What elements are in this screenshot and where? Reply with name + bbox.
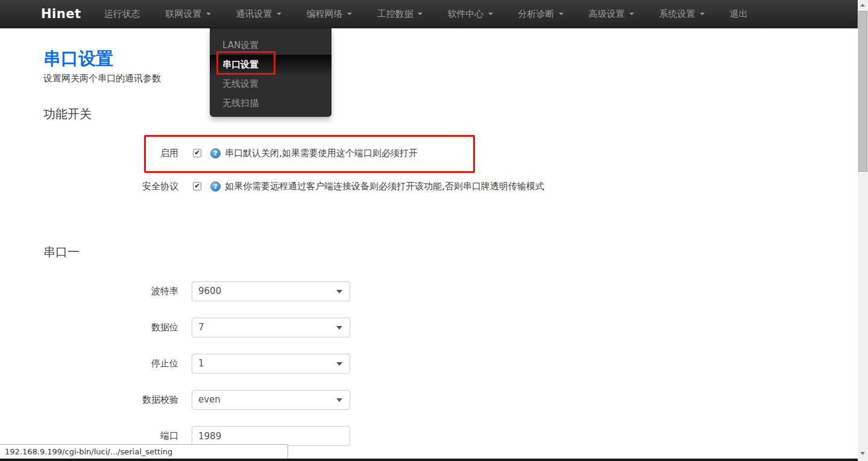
chevron-down-icon	[336, 398, 342, 402]
secure-protocol-checkbox[interactable]: ✔	[193, 182, 201, 190]
chevron-down-icon	[488, 13, 493, 15]
secure-protocol-label: 安全协议	[0, 181, 178, 192]
nav-item-advanced-settings[interactable]: 高级设置	[576, 0, 647, 28]
data-bits-value: 7	[198, 318, 204, 337]
scrollbar-thumb[interactable]	[858, 11, 867, 172]
stop-bits-select[interactable]: 1	[192, 354, 350, 374]
scroll-up-button[interactable]	[858, 0, 868, 10]
screen: Hinet 运行状态 联网设置 通讯设置 编程网络 工控数据 软件中心 分析诊断…	[0, 0, 868, 461]
enable-help-text: 串口默认关闭,如果需要使用这个端口则必须打开	[225, 148, 418, 159]
port-row: 端口	[0, 426, 350, 446]
nav-item-logout[interactable]: 退出	[717, 0, 761, 28]
parity-value: even	[198, 390, 221, 409]
section-heading-function-switches: 功能开关	[43, 106, 92, 122]
nav-item-programming-network[interactable]: 编程网络	[294, 0, 365, 28]
enable-row: 启用 ✔ ? 串口默认关闭,如果需要使用这个端口则必须打开	[0, 147, 418, 159]
port-input[interactable]	[192, 426, 350, 446]
baud-rate-label: 波特率	[0, 286, 178, 297]
baud-rate-select[interactable]: 9600	[192, 281, 350, 301]
nav-item-industrial-data[interactable]: 工控数据	[365, 0, 435, 28]
parity-select[interactable]: even	[192, 390, 350, 410]
baud-rate-value: 9600	[198, 282, 221, 301]
nav-item-network-settings[interactable]: 联网设置	[153, 0, 224, 28]
dropdown-item-serial-settings[interactable]: 串口设置	[210, 55, 332, 74]
chevron-down-icon	[336, 362, 342, 366]
help-icon: ?	[210, 148, 221, 158]
navbar-menu: 运行状态 联网设置 通讯设置 编程网络 工控数据 软件中心 分析诊断 高级设置 …	[92, 0, 761, 28]
stop-bits-value: 1	[198, 354, 204, 373]
chevron-down-icon	[559, 13, 564, 15]
brand-logo: Hinet	[0, 7, 81, 21]
dropdown-item-wireless-settings[interactable]: 无线设置	[210, 74, 332, 93]
scroll-down-button[interactable]	[858, 448, 868, 459]
secure-protocol-row: 安全协议 ✔ ? 如果你需要远程通过客户端连接设备则必须打开该功能,否则串口牌透…	[0, 180, 544, 192]
chevron-down-icon	[336, 326, 342, 330]
parity-row: 数据校验 even	[0, 390, 350, 410]
secure-protocol-help-text: 如果你需要远程通过客户端连接设备则必须打开该功能,否则串口牌透明传输模式	[225, 181, 544, 192]
chevron-down-icon	[336, 290, 342, 293]
browser-status-url: 192.168.9.199/cgi-bin/luci/.../serial_se…	[0, 444, 288, 459]
help-icon: ?	[210, 181, 221, 192]
enable-checkbox[interactable]: ✔	[193, 149, 201, 157]
nav-item-comm-settings[interactable]: 通讯设置	[224, 0, 294, 28]
chevron-down-icon	[206, 13, 211, 15]
port-label: 端口	[0, 430, 178, 442]
data-bits-select[interactable]: 7	[192, 318, 350, 337]
nav-item-analysis-diagnosis[interactable]: 分析诊断	[506, 0, 576, 28]
section-heading-serial-port-1: 串口一	[43, 244, 80, 260]
chevron-down-icon	[277, 13, 281, 15]
bottom-edge-strip	[0, 459, 868, 461]
nav-item-software-center[interactable]: 软件中心	[435, 0, 506, 28]
navbar: Hinet 运行状态 联网设置 通讯设置 编程网络 工控数据 软件中心 分析诊断…	[0, 0, 858, 28]
chevron-down-icon	[700, 13, 705, 15]
vertical-scrollbar[interactable]	[858, 0, 868, 461]
dropdown-item-lan-settings[interactable]: LAN设置	[210, 36, 332, 55]
triangle-down-icon	[860, 452, 865, 455]
page-title: 串口设置	[43, 47, 113, 71]
nav-item-system-settings[interactable]: 系统设置	[647, 0, 717, 28]
stop-bits-label: 停止位	[0, 358, 178, 369]
nav-item-running-status[interactable]: 运行状态	[92, 0, 153, 28]
page-subtitle: 设置网关两个串口的通讯参数	[43, 73, 161, 84]
parity-label: 数据校验	[0, 394, 178, 406]
chevron-down-icon	[418, 13, 423, 15]
data-bits-row: 数据位 7	[0, 318, 350, 337]
stop-bits-row: 停止位 1	[0, 354, 350, 374]
comm-settings-dropdown-menu: LAN设置 串口设置 无线设置 无线扫描	[210, 28, 332, 117]
triangle-up-icon	[860, 4, 865, 7]
chevron-down-icon	[347, 13, 352, 15]
baud-rate-row: 波特率 9600	[0, 281, 350, 301]
dropdown-item-wireless-scan[interactable]: 无线扫描	[210, 93, 332, 113]
data-bits-label: 数据位	[0, 322, 178, 333]
enable-label: 启用	[0, 148, 178, 159]
chevron-down-icon	[629, 13, 634, 15]
